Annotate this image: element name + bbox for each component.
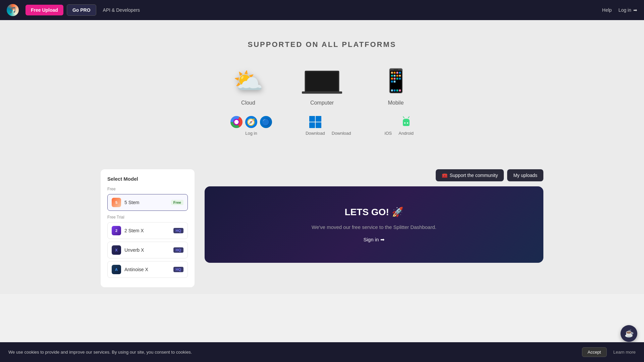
cloud-action-label[interactable]: Log in <box>245 131 257 136</box>
learn-more-link[interactable]: Learn more <box>613 350 636 355</box>
help-link[interactable]: Help <box>602 7 612 13</box>
android-download: Android <box>398 116 414 136</box>
model-item-unverbx[interactable]: X Unverb X HQ <box>107 242 188 258</box>
cta-signin-link[interactable]: Sign in ➡ <box>363 237 384 243</box>
2stemx-badge: HQ <box>173 228 184 233</box>
model-panel-title: Select Model <box>107 176 188 182</box>
browser-icons: 🧭 🔵 <box>230 116 272 128</box>
phone-icon: 📱 <box>382 67 410 94</box>
unverbx-icon: X <box>112 245 121 255</box>
main-content: SUPPORTED ON ALL PLATFORMS ⛅ Cloud <box>0 0 644 294</box>
computer-action: Download Download <box>306 116 351 136</box>
2stemx-icon: 2 <box>112 226 121 235</box>
computer-label: Computer <box>310 100 334 106</box>
svg-line-6 <box>408 117 409 118</box>
5stem-icon: 5 <box>112 198 121 207</box>
model-section: Select Model Free 5 5 Stem Free Free Tri… <box>0 163 644 294</box>
antinoisex-icon: A <box>112 265 121 274</box>
header: 🎵 Free Upload Go PRO API & Developers He… <box>0 0 644 20</box>
model-item-antinoisex[interactable]: A Antinoise X HQ <box>107 261 188 278</box>
model-panel: Select Model Free 5 5 Stem Free Free Tri… <box>101 169 195 287</box>
cookie-text: We use cookies to provide and improve ou… <box>8 350 575 355</box>
cta-subtitle: We've moved our free service to the Spli… <box>312 224 436 230</box>
support-icon: 🧰 <box>442 173 447 178</box>
cloud-image: ⛅ <box>228 66 268 96</box>
unverbx-badge: HQ <box>173 247 184 253</box>
cloud-label: Cloud <box>241 100 255 106</box>
fab-button[interactable]: ☕ <box>621 325 637 342</box>
edge-icon[interactable]: 🔵 <box>260 116 272 128</box>
platform-actions: 🧭 🔵 Log in Download <box>7 116 637 136</box>
laptop-icon <box>302 67 342 94</box>
unverbx-name: Unverb X <box>124 247 173 253</box>
main-panel: 🧰 Support the community My uploads LETS … <box>205 169 543 263</box>
platform-computer: Computer <box>302 66 342 106</box>
ios-label[interactable]: iOS <box>385 131 392 136</box>
support-community-button[interactable]: 🧰 Support the community <box>436 169 504 181</box>
svg-line-5 <box>403 117 404 118</box>
model-item-5stem[interactable]: 5 5 Stem Free <box>107 194 188 211</box>
platform-cloud: ⛅ Cloud <box>228 66 268 106</box>
mac-download-label[interactable]: Download <box>332 131 351 136</box>
platforms-title: SUPPORTED ON ALL PLATFORMS <box>7 40 637 49</box>
windows-download-label[interactable]: Download <box>306 131 325 136</box>
5stem-name: 5 Stem <box>124 200 171 205</box>
login-icon: ➡ <box>633 7 637 13</box>
svg-rect-2 <box>302 92 342 94</box>
go-pro-button[interactable]: Go PRO <box>67 4 96 16</box>
cloud-icon: ⛅ <box>233 67 263 95</box>
fab-icon: ☕ <box>625 329 634 338</box>
header-right: Help Log in ➡ <box>602 7 637 13</box>
cta-title: LETS GO! 🚀 <box>345 206 404 218</box>
ios-download: iOS <box>385 128 392 136</box>
logo-icon[interactable]: 🎵 <box>7 4 19 16</box>
2stemx-name: 2 Stem X <box>124 228 173 233</box>
model-item-2stemx[interactable]: 2 2 Stem X HQ <box>107 222 188 239</box>
cloud-action: 🧭 🔵 Log in <box>230 116 272 136</box>
computer-image <box>302 66 342 96</box>
svg-point-4 <box>407 122 408 124</box>
windows-icon[interactable] <box>309 116 321 128</box>
cookie-banner: We use cookies to provide and improve ou… <box>0 342 644 362</box>
windows-download: Download <box>306 116 325 136</box>
safari-icon[interactable]: 🧭 <box>245 116 257 128</box>
mac-download: Download <box>332 128 351 136</box>
my-uploads-button[interactable]: My uploads <box>507 169 543 181</box>
android-icon[interactable] <box>400 116 412 128</box>
platform-mobile: 📱 Mobile <box>376 66 416 106</box>
antinoisex-badge: HQ <box>173 267 184 272</box>
accept-cookies-button[interactable]: Accept <box>582 347 607 357</box>
mobile-image: 📱 <box>376 66 416 96</box>
free-upload-button[interactable]: Free Upload <box>25 5 63 15</box>
svg-point-3 <box>404 122 406 124</box>
api-developers-link[interactable]: API & Developers <box>103 7 140 13</box>
free-trial-category-label: Free Trial <box>107 215 188 220</box>
support-label: Support the community <box>449 173 498 178</box>
main-panel-header: 🧰 Support the community My uploads <box>205 169 543 181</box>
antinoisex-name: Antinoise X <box>124 267 173 272</box>
platforms-grid: ⛅ Cloud Computer 📱 <box>7 66 637 106</box>
5stem-badge: Free <box>171 200 183 205</box>
login-button[interactable]: Log in ➡ <box>619 7 637 13</box>
login-label: Log in <box>619 7 631 13</box>
mobile-action: iOS Android <box>385 116 414 136</box>
cta-card: LETS GO! 🚀 We've moved our free service … <box>205 186 543 263</box>
chrome-icon[interactable] <box>230 116 243 128</box>
android-label[interactable]: Android <box>398 131 414 136</box>
platforms-section: SUPPORTED ON ALL PLATFORMS ⛅ Cloud <box>0 20 644 163</box>
svg-rect-1 <box>306 72 338 91</box>
mobile-label: Mobile <box>388 100 404 106</box>
free-category-label: Free <box>107 187 188 191</box>
